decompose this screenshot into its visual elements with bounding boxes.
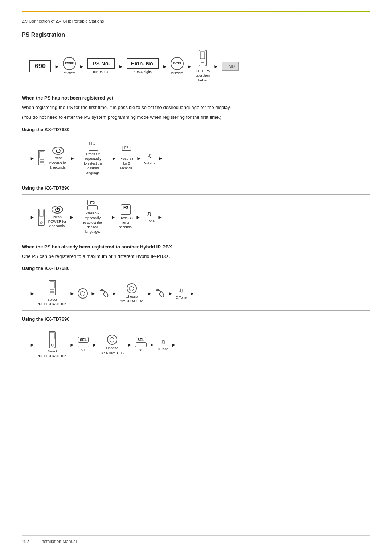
end-box: END bbox=[222, 62, 239, 71]
section-header-text: 2.9 Connection of 2.4 GHz Portable Stati… bbox=[22, 19, 104, 23]
top-color-bar bbox=[22, 11, 370, 12]
phone-icon-main bbox=[197, 50, 208, 68]
diag4-sel2-cell: SEL S1 bbox=[135, 337, 147, 353]
svg-point-11 bbox=[40, 222, 42, 224]
ctone-icon-3: ♫ bbox=[179, 287, 184, 294]
enter-circle-cell: ENTER ENTER bbox=[63, 57, 76, 76]
footer-page-number: 192 bbox=[22, 539, 29, 544]
diag2-arrow2: ► bbox=[111, 214, 116, 220]
diag1-ctone-label: C.Tone bbox=[144, 161, 155, 165]
handset-icon-1 bbox=[99, 288, 109, 299]
diag3-nav1-cell: ◯ bbox=[78, 288, 88, 299]
diag4-ctone-label: C.Tone bbox=[158, 347, 168, 352]
page-footer: 192 | Installation Manual bbox=[22, 535, 370, 544]
td7680-heading-1: Using the KX-TD7680 bbox=[22, 126, 370, 133]
f3-bar bbox=[121, 210, 131, 215]
below-text: below bbox=[198, 78, 207, 82]
diag4-sel1-cell: SEL S1 bbox=[78, 337, 89, 353]
svg-rect-10 bbox=[39, 210, 44, 216]
end-cell: END bbox=[222, 62, 239, 71]
diag3-arrow1: ► bbox=[70, 291, 75, 296]
diag4-arrow2: ► bbox=[92, 342, 97, 348]
already-registered-heading: When the PS has already been registered … bbox=[22, 243, 370, 251]
diag3-ctone-cell: ♫ C.Tone bbox=[176, 287, 187, 300]
page-container: 2.9 Connection of 2.4 GHz Portable Stati… bbox=[0, 0, 392, 555]
diag2-phone bbox=[38, 209, 45, 226]
page-title: PS Registration bbox=[22, 32, 370, 38]
arrow1: ► bbox=[54, 64, 60, 69]
diag1-power-cell: ⏻ PressPOWER for2 seconds. bbox=[49, 147, 67, 170]
diag4-nav-cell: ◯ Choose"SYSTEM 1–4". bbox=[100, 335, 124, 355]
td7680-diagram-2: ► Select"REGISTRATION". ► ◯ ► ► ◯ bbox=[22, 275, 370, 311]
diag4-arrow-start: ► bbox=[30, 342, 35, 348]
enter-circle-2: ENTER bbox=[171, 57, 184, 70]
diag4-ctone-cell: ♫ C.Tone bbox=[158, 338, 168, 352]
diag2-arrow3: ► bbox=[136, 214, 141, 220]
diag1-f2-label: Press S2 repeatedlyto select the desired… bbox=[78, 152, 109, 175]
diag4-phone: Select"REGISTRATION". bbox=[38, 331, 67, 358]
diag2-power-label: PressPOWER for2 seconds. bbox=[48, 215, 66, 228]
sel-bar-1 bbox=[78, 343, 89, 347]
main-flow-diagram: 690 ► ENTER ENTER ► PS No. 001 to 128 ► … bbox=[22, 45, 370, 88]
svg-rect-17 bbox=[50, 332, 54, 339]
enter-label-1: ENTER bbox=[64, 71, 75, 76]
svg-rect-1 bbox=[200, 52, 205, 59]
not-registered-heading: When the PS has not been registered yet bbox=[22, 94, 370, 102]
diag1-arrow4: ► bbox=[158, 155, 163, 161]
td7690-phone-icon-1 bbox=[38, 209, 45, 226]
f3-key bbox=[122, 150, 131, 155]
f2-key bbox=[89, 146, 98, 151]
diag4-arrow4: ► bbox=[150, 342, 155, 348]
arrow6: ► bbox=[213, 64, 219, 69]
diag3-arrow2: ► bbox=[91, 291, 96, 296]
handset-icon-2 bbox=[155, 288, 165, 299]
diag1-phone bbox=[38, 150, 46, 166]
diag1-f2-cell: [ F2 ] Press S2 repeatedlyto select the … bbox=[78, 141, 109, 175]
ps-no-range: 001 to 128 bbox=[93, 70, 109, 74]
td7690-diagram-1: ► ⏻ PressPOWER for2 seconds. ► F2 Press … bbox=[22, 194, 370, 238]
diag3-arrow3: ► bbox=[112, 291, 117, 296]
enter-circle-1: ENTER bbox=[63, 57, 76, 70]
code-box: 690 bbox=[29, 60, 51, 72]
sel-bar-2 bbox=[135, 343, 147, 347]
diag2-ctone-cell: ♫ C.Tone bbox=[144, 210, 155, 224]
diag4-arrow1: ► bbox=[70, 342, 75, 348]
not-registered-body1: When registering the PS for the first ti… bbox=[22, 104, 370, 111]
td7680-phone-icon-2 bbox=[48, 280, 56, 296]
diag4-arrow3: ► bbox=[127, 342, 132, 348]
svg-rect-6 bbox=[40, 151, 44, 158]
diag2-f2-label: Press S2 repeatedlyto select the desired… bbox=[77, 211, 108, 234]
arrow2: ► bbox=[79, 64, 84, 69]
diag4-s1-label-2: S1 bbox=[139, 348, 143, 353]
f3-key-2: F3 bbox=[121, 204, 131, 210]
diag1-f3-cell: [ F3 ] Press S3for 2seconds. bbox=[119, 146, 134, 170]
diag4-arrow5: ► bbox=[171, 342, 176, 348]
td7690-phone-icon-2 bbox=[49, 331, 56, 348]
to-ps-label: To the PS operation below bbox=[195, 69, 210, 82]
diag3-arrow4: ► bbox=[147, 291, 152, 296]
td7690-heading-2: Using the KX-TD7690 bbox=[22, 316, 370, 323]
footer-manual-title: Installation Manual bbox=[40, 539, 77, 544]
f2-key-2: F2 bbox=[87, 200, 97, 206]
diag3-nav2-cell: ◯ Choose"SYSTEM 1–4". bbox=[119, 283, 144, 304]
nav-btn-3: ◯ bbox=[107, 335, 117, 345]
diag3-phone: Select"REGISTRATION". bbox=[38, 280, 67, 307]
power-button-icon: ⏻ bbox=[52, 147, 64, 155]
diag4-select-label: Select"REGISTRATION". bbox=[38, 349, 67, 358]
diag4-s1-label-1: S1 bbox=[81, 348, 86, 353]
diag2-arrow4: ► bbox=[158, 214, 163, 220]
ctone-icon-4: ♫ bbox=[160, 338, 166, 346]
arrow5: ► bbox=[187, 64, 192, 69]
diag3-select-label: Select"REGISTRATION". bbox=[38, 297, 67, 307]
diag3-arrow5: ► bbox=[168, 291, 173, 296]
arrow3: ► bbox=[118, 64, 123, 69]
ctone-icon-1: ♫ bbox=[147, 152, 152, 159]
diag4-choose-label: Choose"SYSTEM 1–4". bbox=[100, 346, 124, 355]
sel-key-1: SEL bbox=[78, 337, 89, 343]
operation-text: operation bbox=[195, 73, 210, 77]
diag3-ctone-label: C.Tone bbox=[176, 295, 187, 300]
diag1-f3-label: Press S3for 2seconds. bbox=[119, 157, 134, 170]
td7680-diagram-1: ► ⏻ PressPOWER for2 seconds. ► [ F2 ] Pr… bbox=[22, 136, 370, 179]
sel-key-2: SEL bbox=[136, 337, 146, 343]
to-ps-text: To the PS bbox=[195, 69, 210, 73]
